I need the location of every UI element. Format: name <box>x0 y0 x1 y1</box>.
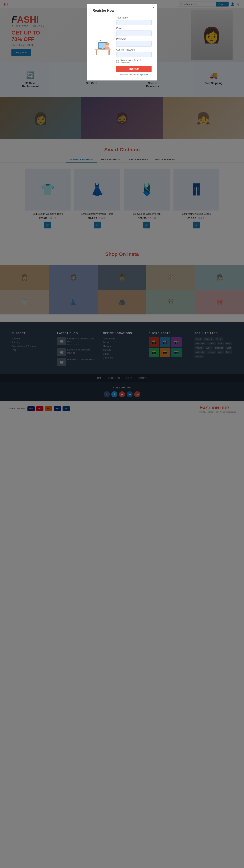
svg-line-11 <box>109 48 110 49</box>
confirm-field-group: Confirm Password <box>116 49 152 57</box>
name-label: Your Name <box>116 17 152 19</box>
svg-text:♥: ♥ <box>100 40 101 42</box>
name-field-group: Your Name <box>116 17 152 25</box>
password-input[interactable] <box>116 41 152 46</box>
confirm-label: Confirm Password <box>116 49 152 51</box>
register-modal: Register Now × <box>87 4 157 81</box>
svg-text:♥: ♥ <box>109 39 110 41</box>
modal-form: Your Name Email Password Confirm Passwor… <box>116 17 152 76</box>
terms-checkbox[interactable] <box>116 60 119 63</box>
password-label: Password <box>116 38 152 40</box>
confirm-input[interactable] <box>116 52 152 57</box>
svg-rect-2 <box>109 50 110 55</box>
terms-label: I Accept to the Terms & Conditions <box>120 59 152 64</box>
modal-illustration: ♥ ♥ <box>92 17 114 76</box>
email-label: Email <box>116 27 152 30</box>
modal-title: Register Now <box>92 8 152 12</box>
email-input[interactable] <box>116 31 152 36</box>
modal-overlay: Register Now × <box>0 0 244 416</box>
terms-row: I Accept to the Terms & Conditions <box>116 59 152 64</box>
close-button[interactable]: × <box>152 6 154 10</box>
svg-rect-1 <box>96 50 97 55</box>
register-button[interactable]: Register <box>116 66 152 72</box>
login-link[interactable]: Login Now <box>139 73 148 76</box>
login-link-row: Already a member? Login Now <box>116 73 152 76</box>
name-input[interactable] <box>116 20 152 25</box>
modal-body: ♥ ♥ Your Name Email Password <box>92 17 152 76</box>
already-member-text: Already a member? <box>120 73 138 76</box>
svg-rect-6 <box>101 50 105 50</box>
password-field-group: Password <box>116 38 152 46</box>
svg-rect-14 <box>100 49 106 50</box>
email-field-group: Email <box>116 27 152 36</box>
svg-point-8 <box>105 43 109 45</box>
